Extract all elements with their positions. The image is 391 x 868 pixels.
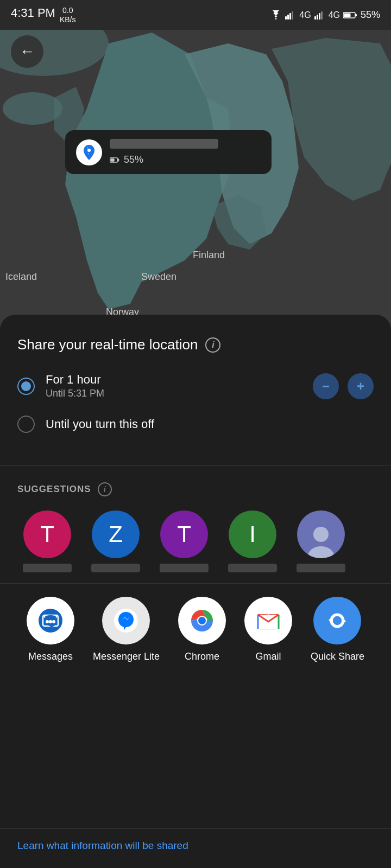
maps-icon: [79, 143, 99, 162]
contact-name-blur-t2: [160, 564, 209, 572]
quickshare-icon: [322, 605, 352, 636]
contact-avatar-t1: T: [23, 510, 71, 558]
app-item-quickshare[interactable]: Quick Share: [311, 597, 364, 662]
minus-icon: −: [322, 380, 330, 393]
app-item-messenger[interactable]: Messenger Lite: [93, 597, 160, 662]
battery-small-icon: [110, 157, 119, 163]
signal-icon: [285, 10, 296, 20]
app-icon: [76, 139, 102, 165]
status-bar: 4:31 PM 0.0 KB/s 4G 4G: [0, 0, 391, 30]
svg-point-12: [3, 92, 62, 125]
apps-row: Messages Messenger Lite: [17, 597, 374, 662]
messenger-icon-circle: [102, 597, 150, 644]
one-hour-label: For 1 hour: [46, 373, 302, 387]
svg-rect-10: [344, 13, 350, 17]
svg-rect-0: [285, 16, 287, 20]
suggestions-section: SUGGESTIONS i T Z T I: [0, 466, 391, 583]
location-info: 55%: [110, 139, 261, 165]
contact-item-t1[interactable]: T: [17, 510, 77, 572]
battery-card-percent: 55%: [124, 154, 143, 165]
share-title: Share your real-time location: [17, 336, 198, 353]
messenger-icon: [111, 605, 141, 636]
radio-indefinite[interactable]: [17, 416, 35, 433]
one-hour-text: For 1 hour Until 5:31 PM: [46, 373, 302, 399]
time-controls: − +: [313, 373, 374, 399]
back-button[interactable]: ←: [11, 35, 43, 68]
indefinite-label: Until you turn this off: [46, 417, 374, 431]
contact-name-blur-z: [91, 564, 140, 572]
gmail-app-label: Gmail: [255, 651, 281, 662]
location-card: 55%: [65, 130, 272, 174]
learn-more-link[interactable]: Learn what information will be shared: [17, 840, 188, 851]
radio-one-hour[interactable]: [17, 378, 35, 395]
svg-rect-7: [321, 11, 323, 20]
map-label-sweden: Sweden: [141, 271, 176, 283]
contact-avatar-partial: [297, 510, 345, 558]
svg-rect-6: [319, 13, 320, 20]
svg-point-26: [49, 620, 52, 623]
svg-rect-17: [118, 158, 119, 161]
share-section: Share your real-time location i For 1 ho…: [0, 315, 391, 465]
back-arrow-icon: ←: [20, 43, 35, 60]
location-battery-row: 55%: [110, 154, 261, 165]
share-info-icon[interactable]: i: [205, 337, 220, 353]
plus-icon: +: [357, 380, 364, 393]
svg-rect-3: [292, 11, 293, 20]
svg-point-39: [322, 605, 352, 636]
contact-name-blur-partial: [297, 564, 345, 572]
svg-rect-4: [314, 16, 316, 20]
contact-item-partial[interactable]: [291, 510, 351, 572]
contact-name-blur-t1: [23, 564, 72, 572]
svg-point-33: [198, 617, 206, 624]
svg-rect-18: [110, 158, 114, 162]
app-item-messages[interactable]: Messages: [27, 597, 74, 662]
svg-rect-2: [289, 13, 291, 20]
gmail-icon: [253, 605, 283, 636]
suggestions-label: SUGGESTIONS: [17, 484, 91, 495]
chrome-icon: [187, 605, 217, 636]
contact-avatar-z: Z: [92, 510, 140, 558]
messages-app-label: Messages: [28, 651, 73, 662]
app-item-chrome[interactable]: Chrome: [178, 597, 226, 662]
svg-point-20: [308, 546, 334, 558]
contact-item-i[interactable]: I: [223, 510, 282, 572]
messages-icon: [35, 605, 66, 636]
person-silhouette: [305, 522, 337, 558]
messenger-app-label: Messenger Lite: [93, 651, 160, 662]
status-icons: 4G 4G 55%: [270, 9, 380, 21]
svg-rect-5: [317, 15, 318, 20]
decrease-time-button[interactable]: −: [313, 373, 339, 399]
learn-more-footer: Learn what information will be shared: [0, 828, 391, 868]
battery-icon: [343, 11, 357, 20]
chrome-app-label: Chrome: [185, 651, 219, 662]
option-one-hour[interactable]: For 1 hour Until 5:31 PM − +: [17, 373, 374, 399]
svg-rect-9: [355, 14, 357, 16]
option-indefinite[interactable]: Until you turn this off: [17, 416, 374, 433]
gmail-icon-circle: [244, 597, 292, 644]
svg-point-15: [87, 149, 91, 152]
contact-avatar-t2: T: [160, 510, 208, 558]
network-label: 4G: [299, 10, 311, 20]
signal2-icon: [314, 10, 325, 20]
apps-section: Messages Messenger Lite: [0, 584, 391, 673]
contact-item-t2[interactable]: T: [154, 510, 214, 572]
wifi-icon: [270, 10, 282, 20]
location-name-blurred: [110, 139, 218, 149]
chrome-icon-circle: [178, 597, 226, 644]
status-time: 4:31 PM: [11, 6, 55, 20]
map-label-finland: Finland: [193, 250, 225, 261]
suggestions-header: SUGGESTIONS i: [17, 482, 374, 496]
battery-percent: 55%: [361, 9, 380, 21]
messages-icon-circle: [27, 597, 74, 644]
contact-item-z[interactable]: Z: [86, 510, 146, 572]
contact-avatar-i: I: [229, 510, 276, 558]
radio-inner-dot: [21, 381, 31, 391]
app-item-gmail[interactable]: Gmail: [244, 597, 292, 662]
svg-point-25: [46, 620, 49, 623]
increase-time-button[interactable]: +: [348, 373, 374, 399]
one-hour-sublabel: Until 5:31 PM: [46, 388, 302, 399]
share-title-row: Share your real-time location i: [17, 336, 374, 353]
contacts-row: T Z T I: [17, 510, 374, 572]
bottom-sheet: Share your real-time location i For 1 ho…: [0, 315, 391, 868]
suggestions-info-icon[interactable]: i: [98, 482, 112, 496]
